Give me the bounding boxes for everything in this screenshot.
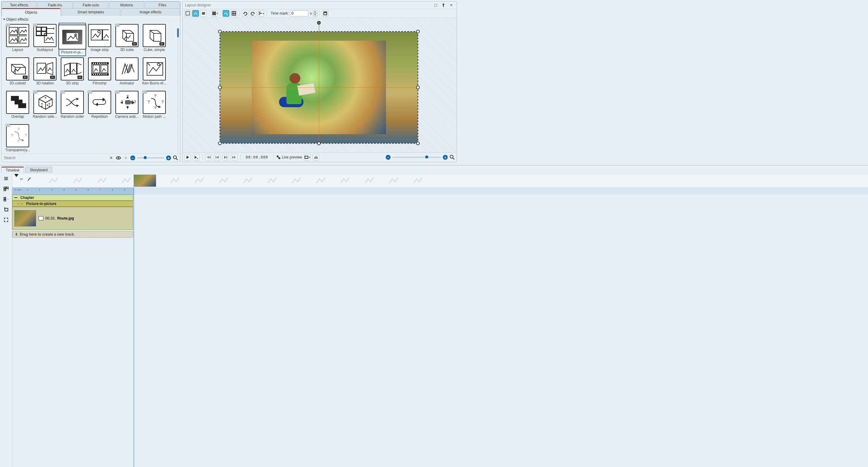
- rotate-ccw-tool[interactable]: [250, 10, 256, 17]
- obj-3d-rotation[interactable]: 3D 3D rotation: [31, 56, 59, 90]
- handle-mr[interactable]: [416, 86, 420, 89]
- timeline-main[interactable]: ✂: [12, 174, 458, 247]
- canvas-fit-button[interactable]: [450, 155, 455, 160]
- obj-random-selection[interactable]: − Random sele...: [31, 90, 59, 123]
- handle-bl[interactable]: [218, 142, 222, 145]
- obj-overlap[interactable]: Overlap: [4, 90, 31, 123]
- preview-options[interactable]: ▾: [304, 154, 311, 161]
- tab-files[interactable]: Files: [145, 2, 180, 8]
- selection-box[interactable]: [220, 31, 418, 144]
- obj-picture-in-picture[interactable]: Picture-in-pi...: [59, 23, 86, 56]
- tab-objects[interactable]: Objects: [2, 8, 61, 16]
- thumb-size-slider[interactable]: [137, 157, 164, 158]
- strip-marker[interactable]: [14, 174, 19, 177]
- tab-image-effects[interactable]: Image effects: [121, 8, 180, 16]
- zoom-out-button[interactable]: −: [130, 155, 135, 160]
- obj-repetition[interactable]: − Repetition: [86, 90, 113, 123]
- brush-tool[interactable]: [27, 177, 32, 182]
- expand-toggle[interactable]: −: [88, 91, 92, 94]
- overview-strip[interactable]: ✂: [12, 175, 458, 187]
- clip-thumb[interactable]: [14, 210, 36, 226]
- expand-toggle[interactable]: −: [60, 91, 65, 94]
- obj-3d-strip[interactable]: 3D 3D strip: [59, 56, 86, 90]
- play-button[interactable]: [184, 154, 191, 161]
- obj-motion-path[interactable]: − ???? Motion path ...: [141, 90, 168, 123]
- obj-3d-cube[interactable]: − 3D 3D cube: [113, 23, 141, 56]
- list-tool[interactable]: [200, 10, 207, 17]
- overview-thumb[interactable]: [134, 175, 156, 187]
- obj-filmstrip[interactable]: Filmstrip: [86, 56, 113, 90]
- obj-camera-wobble[interactable]: − ???? Camera wob...: [113, 90, 141, 123]
- layout-canvas[interactable]: [183, 18, 457, 152]
- time-ruler[interactable]: 0 min 1 2 3 4 5 6 7 8 9: [12, 187, 458, 195]
- drop-track[interactable]: ⬇ Drag here to create a new track.: [12, 231, 133, 238]
- canvas-zoom-slider[interactable]: [393, 157, 441, 158]
- grid-tool[interactable]: ▾: [211, 10, 218, 17]
- equalizer-button[interactable]: [312, 154, 319, 161]
- tl-settings[interactable]: [2, 175, 10, 182]
- expand-toggle[interactable]: −: [143, 91, 147, 94]
- align-tool[interactable]: ▾: [257, 10, 264, 17]
- pin-button[interactable]: [440, 3, 446, 8]
- tl-add-track[interactable]: +: [2, 186, 10, 192]
- search-zoom-icon[interactable]: [173, 155, 178, 161]
- track-pip[interactable]: - -Picture-in-picture: [12, 201, 133, 207]
- save-button[interactable]: [322, 10, 329, 17]
- tab-storyboard[interactable]: Storyboard: [25, 167, 52, 174]
- last-button[interactable]: [231, 154, 238, 161]
- next-button[interactable]: [222, 154, 229, 161]
- first-button[interactable]: [205, 154, 212, 161]
- obj-random-order[interactable]: − Random order: [59, 90, 86, 123]
- search-input[interactable]: [3, 155, 106, 161]
- obj-image-strip[interactable]: Image strip: [86, 23, 113, 56]
- obj-sublayout[interactable]: − Sublayout: [31, 23, 59, 56]
- canvas-zoom-in[interactable]: +: [443, 155, 448, 160]
- tab-smart-templates[interactable]: Smart templates: [61, 8, 121, 16]
- expand-toggle[interactable]: −: [6, 24, 10, 27]
- play-from-button[interactable]: [193, 154, 199, 161]
- close-button[interactable]: ✕: [448, 3, 454, 8]
- tab-fade-outs[interactable]: Fade-outs: [73, 2, 108, 8]
- table-tool[interactable]: [230, 10, 237, 17]
- obj-3d-cuboid[interactable]: 3D 3D cuboid: [4, 56, 31, 90]
- section-header[interactable]: Object effects: [2, 16, 180, 23]
- live-preview-toggle[interactable]: Live preview: [276, 154, 302, 161]
- expand-toggle[interactable]: −: [6, 124, 10, 127]
- favorite-icon[interactable]: ☆: [123, 155, 128, 161]
- visibility-icon[interactable]: [116, 155, 121, 161]
- tl-remove-track[interactable]: −: [2, 196, 10, 203]
- time-spinner[interactable]: ▲▼: [313, 10, 317, 17]
- handle-mb[interactable]: [317, 142, 321, 145]
- obj-cube-simple[interactable]: 3D Cube, simple: [141, 23, 168, 56]
- canvas-zoom-out[interactable]: −: [386, 155, 391, 160]
- handle-tr[interactable]: [416, 30, 420, 33]
- tl-fit[interactable]: [2, 217, 10, 223]
- time-input[interactable]: [290, 10, 308, 17]
- obj-layout[interactable]: − Layout: [4, 23, 31, 56]
- tl-crop[interactable]: [2, 206, 10, 213]
- handle-ml[interactable]: [218, 86, 222, 89]
- track-chapter[interactable]: Chapter: [12, 195, 133, 201]
- maximize-button[interactable]: ▢: [432, 3, 439, 8]
- expand-toggle[interactable]: −: [115, 24, 119, 27]
- objects-scrollbar[interactable]: [177, 28, 179, 153]
- tab-fade-ins[interactable]: Fade-ins: [37, 2, 72, 8]
- handle-tl[interactable]: [218, 30, 222, 33]
- curve-tool[interactable]: [192, 10, 199, 17]
- obj-transparency[interactable]: − ???? Transparency...: [4, 123, 31, 154]
- obj-animator[interactable]: Animator: [113, 56, 141, 90]
- path-tool[interactable]: [223, 10, 229, 17]
- rotate-handle[interactable]: [317, 21, 321, 25]
- clear-search-button[interactable]: ✕: [108, 155, 114, 161]
- prev-button[interactable]: [214, 154, 220, 161]
- expand-toggle[interactable]: −: [33, 91, 37, 94]
- tab-motions[interactable]: Motions: [109, 2, 144, 8]
- obj-ken-burns[interactable]: Ken Burns ef...: [141, 56, 168, 90]
- tab-timeline[interactable]: Timeline: [1, 167, 24, 174]
- select-tool[interactable]: [184, 10, 191, 17]
- cut-tool[interactable]: ✂: [19, 177, 24, 182]
- handle-br[interactable]: [416, 142, 420, 145]
- zoom-in-button[interactable]: +: [166, 155, 171, 160]
- tab-text-effects[interactable]: Text effects: [2, 2, 37, 8]
- expand-toggle[interactable]: −: [115, 91, 119, 94]
